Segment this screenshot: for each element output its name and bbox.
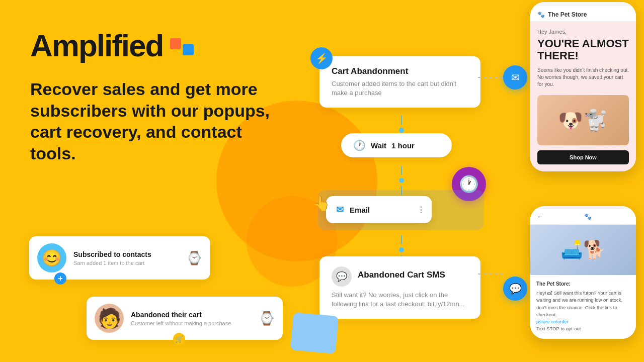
logo-area: Amplified [30,28,272,63]
badge2-product-icon: ⌚ [259,311,275,326]
badge1-avatar: 😊 [37,243,66,273]
cart-icon-circle: ⚡ [310,47,333,69]
sms-card: 💬 Abandoned Cart SMS Still want it? No w… [319,256,480,319]
shop-now-button[interactable]: Shop Now [537,150,629,164]
logo-icon [170,38,194,55]
back-icon[interactable]: ← [537,213,543,220]
wait-duration: 1 hour [391,141,415,150]
bottom-phone-mockup: ← 🐾 🛋️🐕 The Pet Store: Hey! 🛋 Still want… [530,206,636,339]
sms-icon-circle: 💬 [332,266,352,287]
top-phone-email-body: Hey James, YOU'RE ALMOST THERE! Seems li… [530,22,636,171]
dog-photo: 🐶🐩 [537,95,629,145]
optout-text: Text STOP to opt-out [536,326,581,331]
email-label: Email [350,206,370,214]
email-icon: ✉ [336,204,344,215]
sms-bubble-right: 💬 [503,277,527,301]
subscribed-badge: 😊 Subscribed to contacts Sam added 1 ite… [29,236,210,280]
dashed-line-email [478,77,503,78]
tagline: Recover sales and get more subscribers w… [30,78,272,164]
badge2-title: Abandoned their cart [131,311,252,319]
sms-sender: The Pet Store: [536,281,630,287]
bottom-phone-header: ← 🐾 [530,209,636,225]
badge2-subtitle: Customer left without making a purchase [131,320,252,326]
badge1-text: Subscribed to contacts Sam added 1 item … [73,250,179,266]
clock-icon: 🕐 [353,139,366,151]
bottom-store-icon: 🐾 [546,213,629,220]
email-bubble-icon: ✉ [511,71,520,83]
blue-decorative-shape [290,312,339,354]
sms-bubble-icon: 💬 [509,283,522,295]
badge1-title: Subscribed to contacts [73,250,179,258]
shop-link: pstore.co/order [536,319,569,324]
email-dots-icon[interactable]: ⋮ [417,205,425,214]
sms-card-title: Abandoned Cart SMS [358,270,445,280]
left-section: Amplified Recover sales and get more sub… [30,28,272,164]
store-name-top: The Pet Store [548,11,587,18]
badge1-plus-icon: + [54,273,66,285]
greeting-text: Hey James, [537,29,629,35]
top-phone-header: 🐾 The Pet Store [530,6,636,22]
top-phone-mockup: 🐾 The Pet Store Hey James, YOU'RE ALMOST… [530,2,636,171]
paw-icon: 🐾 [537,11,545,18]
email-bubble-right: ✉ [503,65,527,89]
bottom-phone-screen: ← 🐾 🛋️🐕 The Pet Store: Hey! 🛋 Still want… [530,206,636,339]
cart-card-title: Cart Abandonment [332,66,468,76]
email-body-text: Seems like you didn't finish checking ou… [537,67,629,88]
badge1-product-icon: ⌚ [186,250,202,266]
badge2-cart-icon: 🛒 [173,333,185,345]
pet-image: 🛋️🐕 [530,225,636,275]
lightning-icon: ⚡ [315,52,328,64]
badge2-text: Abandoned their cart Customer left witho… [131,311,252,326]
logo-square-orange [170,38,181,49]
logo-square-blue [183,44,194,55]
sms-message: Hey! 🛋 Still want this futon? Your cart … [536,290,630,333]
logo-text: Amplified [30,28,163,63]
badge2-avatar: 🧑 [95,304,124,333]
wait-label: Wait [371,141,386,150]
cart-abandonment-card: ⚡ Cart Abandonment Customer added items … [319,56,480,108]
sms-chat-area: The Pet Store: Hey! 🛋 Still want this fu… [530,275,636,339]
badge1-subtitle: Sam added 1 item to the cart [73,260,179,266]
headline-text: YOU'RE ALMOST THERE! [537,38,629,62]
abandoned-badge: 🧑 Abandoned their cart Customer left wit… [87,297,283,340]
wait-hour-pill[interactable]: 🕐 Wait 1 hour [341,133,452,157]
cart-card-desc: Customer added items to the cart but did… [332,79,468,98]
dashed-line-sms [478,274,503,275]
sms-card-desc: Still want it? No worries, just click on… [332,291,468,309]
email-card[interactable]: ✉ Email ⋮ [326,196,432,223]
top-phone-screen: 🐾 The Pet Store Hey James, YOU'RE ALMOST… [530,2,636,171]
